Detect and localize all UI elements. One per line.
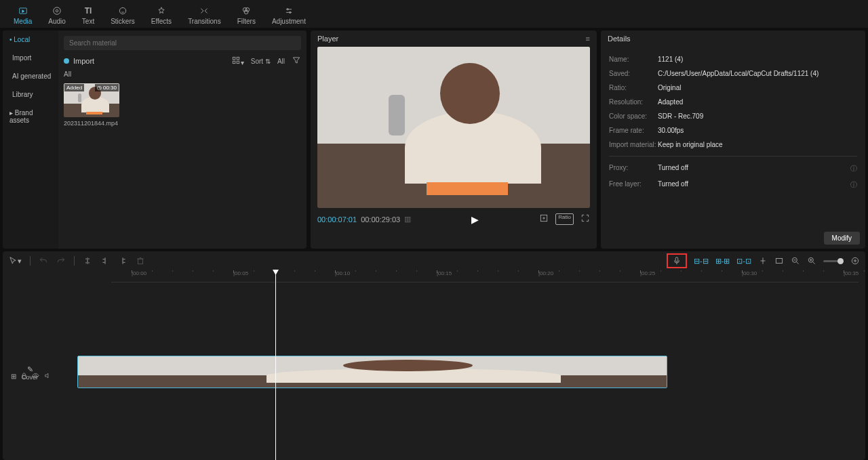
info-icon[interactable]: ⓘ	[850, 164, 857, 173]
adjustment-icon	[284, 5, 294, 16]
delete-icon[interactable]	[136, 256, 145, 266]
svg-rect-12	[237, 61, 239, 64]
sidebar-item-ai[interactable]: AI generated	[3, 67, 58, 85]
detail-value: Turned off	[658, 180, 850, 190]
top-tabs: Media Audio TI Text Stickers Effects Tra…	[0, 0, 868, 28]
detail-key: Name:	[609, 56, 658, 63]
record-audio-button[interactable]	[667, 253, 687, 268]
playhead[interactable]	[275, 270, 276, 460]
sidebar-item-brand[interactable]: ▸ Brand assets	[3, 104, 58, 129]
sidebar-item-label: Brand assets	[9, 109, 33, 124]
detail-value: Keep in original place	[658, 141, 857, 148]
svg-rect-11	[233, 61, 235, 64]
detail-key: Free layer:	[609, 180, 658, 190]
play-button[interactable]: ▶	[471, 214, 479, 225]
sort-button[interactable]: Sort ⇅	[251, 58, 271, 65]
added-badge: Added	[64, 84, 84, 91]
svg-rect-16	[675, 257, 678, 262]
ruler-tick: |00:25	[640, 270, 655, 276]
tab-label: Media	[14, 18, 32, 25]
filter-icon[interactable]	[292, 56, 301, 66]
player-title: Player	[317, 35, 338, 43]
media-panel: • Local Import AI generated Library ▸ Br…	[3, 30, 307, 249]
tab-adjustment[interactable]: Adjustment	[264, 3, 314, 28]
safe-zone-icon[interactable]	[539, 213, 549, 225]
ruler-tick: |00:35	[844, 270, 859, 276]
redo-icon[interactable]	[56, 256, 66, 266]
stickers-icon	[118, 5, 127, 16]
svg-rect-17	[776, 259, 782, 264]
detail-key: Frame rate:	[609, 127, 658, 134]
selection-tool-icon[interactable]: ▾	[8, 256, 22, 266]
group-all-label: All	[64, 70, 301, 78]
detail-key: Resolution:	[609, 98, 658, 106]
sidebar-item-library[interactable]: Library	[3, 85, 58, 104]
filter-all-button[interactable]: All	[277, 58, 285, 65]
tab-stickers[interactable]: Stickers	[102, 3, 143, 28]
timeline-ruler[interactable]: |00:00|00:05|00:10|00:15|00:20|00:25|00:…	[111, 270, 859, 283]
duration-badge: ◷ 00:30	[95, 84, 119, 91]
timeline-clip[interactable]: 202311201844.mp4 00:00:29:03	[77, 356, 667, 388]
zoom-slider[interactable]	[823, 260, 844, 262]
tab-audio[interactable]: Audio	[40, 3, 74, 28]
ruler-tick: |00:15	[437, 270, 452, 276]
zoom-out-icon[interactable]	[791, 256, 800, 266]
svg-rect-13	[541, 215, 547, 221]
filters-icon	[241, 5, 251, 16]
tab-media[interactable]: Media	[5, 3, 40, 28]
ruler-tick: |00:05	[233, 270, 248, 276]
media-clip-thumbnail[interactable]: Added ◷ 00:30	[64, 83, 119, 117]
split-icon[interactable]	[83, 256, 92, 266]
detail-value: C:/Users/User/AppData/Local/CapCut Draft…	[658, 70, 857, 77]
sidebar-item-label: Local	[14, 36, 30, 43]
media-icon	[18, 5, 28, 16]
detail-key: Proxy:	[609, 164, 658, 173]
detail-value: Turned off	[658, 164, 850, 173]
fullscreen-icon[interactable]	[580, 213, 590, 225]
detail-key: Import material:	[609, 141, 658, 148]
cover-button[interactable]: ✎ Cover	[7, 362, 53, 383]
zoom-fit-icon[interactable]	[850, 256, 860, 266]
video-preview[interactable]	[317, 47, 590, 208]
effects-icon	[157, 5, 166, 16]
ratio-button[interactable]: Ratio	[555, 213, 574, 225]
svg-point-5	[245, 7, 250, 12]
zoom-in-icon[interactable]	[807, 256, 816, 266]
sidebar-item-local[interactable]: • Local	[3, 30, 58, 49]
tab-transitions[interactable]: Transitions	[180, 3, 229, 28]
tab-effects[interactable]: Effects	[143, 3, 180, 28]
svg-point-6	[244, 10, 248, 14]
main-track-magnet-icon[interactable]: ⊟-⊟	[694, 257, 709, 266]
linkage-icon[interactable]: ⊡-⊡	[736, 257, 751, 266]
audio-icon	[52, 5, 62, 16]
search-input[interactable]	[64, 36, 301, 50]
svg-point-3	[119, 7, 125, 14]
sidebar-item-import[interactable]: Import	[3, 49, 58, 67]
sort-label: Sort	[251, 58, 263, 65]
player-menu-icon[interactable]: ≡	[586, 35, 590, 43]
total-timecode: 00:00:29:03	[361, 215, 400, 224]
tab-filters[interactable]: Filters	[229, 3, 264, 28]
modify-button[interactable]: Modify	[824, 232, 860, 245]
svg-point-14	[543, 217, 545, 219]
preview-axis-icon[interactable]	[758, 256, 768, 266]
compare-icon[interactable]: ▥	[404, 215, 411, 224]
ruler-tick: |00:10	[335, 270, 350, 276]
cover-preview-icon[interactable]	[774, 256, 784, 266]
svg-rect-10	[237, 57, 239, 60]
view-grid-button[interactable]: ▾	[231, 56, 244, 66]
delete-right-icon[interactable]	[118, 256, 127, 266]
detail-value: 30.00fps	[658, 127, 857, 134]
tab-text[interactable]: TI Text	[74, 3, 102, 28]
info-icon[interactable]: ⓘ	[850, 180, 857, 190]
duration-text: 00:30	[103, 85, 117, 91]
tab-label: Stickers	[111, 18, 135, 25]
tab-label: Transitions	[188, 18, 221, 25]
auto-snap-icon[interactable]: ⊞-⊞	[715, 257, 730, 266]
detail-key: Ratio:	[609, 84, 658, 91]
details-title: Details	[601, 30, 865, 47]
svg-rect-9	[233, 57, 235, 60]
undo-icon[interactable]	[39, 256, 48, 266]
cover-label: Cover	[9, 374, 50, 381]
delete-left-icon[interactable]	[100, 256, 110, 266]
